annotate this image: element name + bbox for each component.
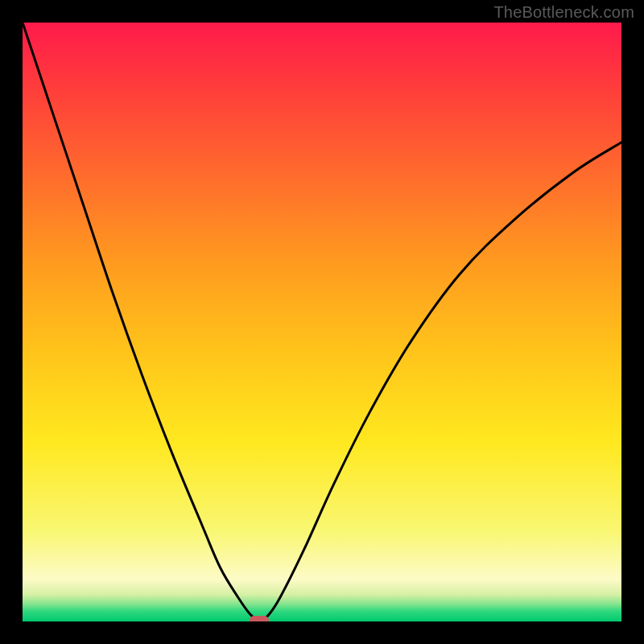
chart-frame: TheBottleneck.com (0, 0, 644, 644)
watermark-text: TheBottleneck.com (493, 3, 634, 22)
bottleneck-curve (23, 23, 621, 621)
plot-area (23, 23, 621, 621)
optimal-point-marker (250, 616, 269, 621)
